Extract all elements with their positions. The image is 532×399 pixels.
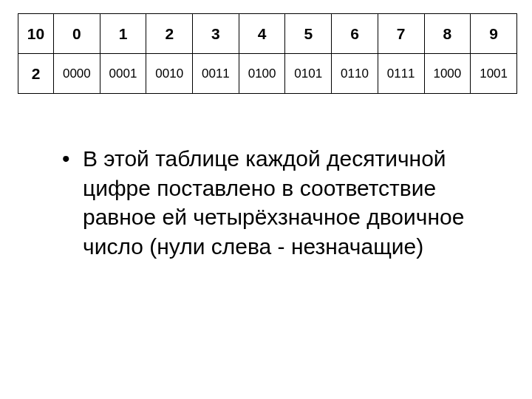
col-header: 6 — [332, 14, 378, 54]
header-base-10-label: 10 — [18, 14, 54, 54]
col-header: 8 — [424, 14, 471, 54]
cell-value: 1000 — [424, 54, 471, 94]
cell-value: 0001 — [100, 54, 146, 94]
col-header: 5 — [285, 14, 332, 54]
cell-value: 0100 — [239, 54, 285, 94]
cell-value: 0111 — [378, 54, 424, 94]
col-header: 3 — [193, 14, 239, 54]
cell-value: 0011 — [193, 54, 239, 94]
col-header: 1 — [100, 14, 146, 54]
col-header: 2 — [146, 14, 193, 54]
cell-value: 0000 — [54, 54, 100, 94]
cell-value: 0010 — [146, 54, 193, 94]
cell-value: 0101 — [285, 54, 332, 94]
conversion-table: 10 0 1 2 3 4 5 6 7 8 9 2 0000 0001 0010 … — [18, 13, 517, 94]
table-row: 2 0000 0001 0010 0011 0100 0101 0110 011… — [18, 54, 517, 94]
cell-value: 1001 — [471, 54, 517, 94]
description-text: В этой таблице каждой десятичной цифре п… — [62, 144, 488, 261]
col-header: 0 — [54, 14, 100, 54]
col-header: 9 — [471, 14, 517, 54]
row-base-2-label: 2 — [18, 54, 54, 94]
cell-value: 0110 — [332, 54, 378, 94]
col-header: 4 — [239, 14, 285, 54]
col-header: 7 — [378, 14, 424, 54]
description-block: В этой таблице каждой десятичной цифре п… — [18, 144, 517, 261]
